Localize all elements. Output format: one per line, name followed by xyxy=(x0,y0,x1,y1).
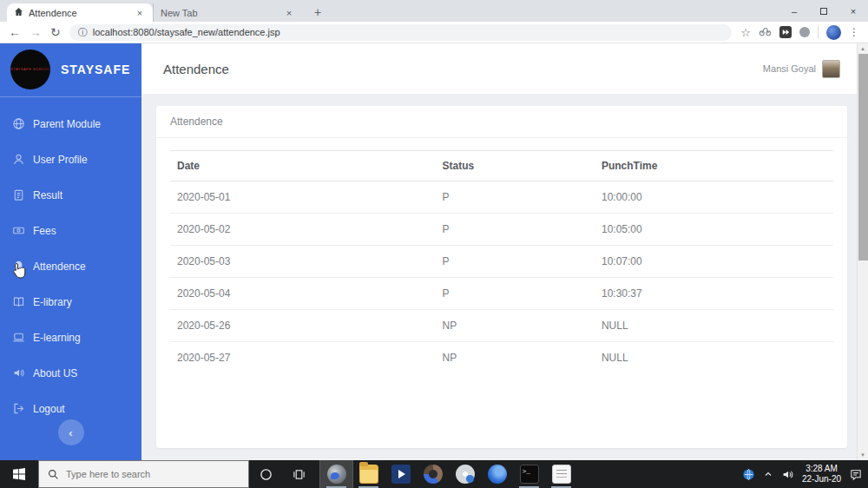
action-center-icon[interactable] xyxy=(849,468,863,481)
bookmark-star-icon[interactable]: ☆ xyxy=(740,27,751,38)
url-text: localhost:8080/staysafe_new/attendence.j… xyxy=(93,27,280,37)
taskbar-app-edge[interactable] xyxy=(481,460,513,488)
taskbar-app-cmd[interactable]: >_ xyxy=(513,460,545,488)
sidebar-item-fees[interactable]: Fees xyxy=(0,213,141,248)
taskbar-clock[interactable]: 3:28 AM 22-Jun-20 xyxy=(802,464,841,485)
page-scrollbar[interactable]: ▲ ▼ xyxy=(857,43,868,460)
cortana-button[interactable] xyxy=(249,460,282,488)
browser-tab-bar: Attendence × New Tab × + – × xyxy=(0,0,868,22)
cell-date: 2020-05-02 xyxy=(170,214,436,246)
terminal-icon: >_ xyxy=(520,465,539,484)
taskbar-search[interactable] xyxy=(38,460,249,488)
search-icon xyxy=(48,469,59,480)
reload-button[interactable]: ↻ xyxy=(50,26,61,38)
sidebar-item-user-profile[interactable]: User Profile xyxy=(0,142,141,177)
main-content: Attendence Mansi Goyal Attendence Date xyxy=(141,43,868,460)
sidebar-divider xyxy=(0,96,141,97)
round-app-icon xyxy=(424,465,443,484)
school-logo: STAYSAFE SCHOOL xyxy=(10,49,50,89)
swirl-icon xyxy=(488,465,507,484)
user-name: Mansi Goyal xyxy=(763,63,816,74)
taskbar-app-movies[interactable] xyxy=(385,460,417,488)
tab-title: Attendence xyxy=(29,8,128,18)
sidebar: STAYSAFE SCHOOL STAYSAFE Parent Module U… xyxy=(0,43,141,460)
new-tab-button[interactable]: + xyxy=(309,3,326,22)
book-icon xyxy=(12,295,25,308)
sidebar-item-label: E-library xyxy=(33,296,72,308)
logo-text: STAYSAFE SCHOOL xyxy=(10,67,50,72)
scroll-up-icon[interactable]: ▲ xyxy=(858,43,868,54)
toolbar-divider xyxy=(818,26,819,38)
sidebar-item-result[interactable]: Result xyxy=(0,177,141,213)
tray-chevron-up-icon[interactable] xyxy=(763,469,773,479)
close-button[interactable]: × xyxy=(838,0,868,22)
volume-icon[interactable] xyxy=(781,468,794,481)
disc-icon xyxy=(456,465,475,484)
taskbar-app-notepad[interactable] xyxy=(545,460,577,488)
user-menu[interactable]: Mansi Goyal xyxy=(763,60,840,78)
card-body: Date Status PunchTime 2020-05-01 P 10:00… xyxy=(156,138,847,373)
cell-status: P xyxy=(436,181,595,214)
mouse-cursor xyxy=(12,262,27,283)
content-area: Attendence Date Status PunchTime xyxy=(141,94,868,448)
extension-icon-3[interactable] xyxy=(799,27,810,37)
notepad-icon xyxy=(552,465,571,484)
task-view-button[interactable] xyxy=(282,460,315,488)
back-button[interactable]: ← xyxy=(9,26,21,38)
scrollbar-thumb[interactable] xyxy=(858,54,868,260)
clock-date: 22-Jun-20 xyxy=(802,474,841,485)
restore-button[interactable] xyxy=(809,0,838,22)
window-controls: – × xyxy=(779,0,868,22)
laptop-icon xyxy=(12,331,25,344)
scroll-down-icon[interactable]: ▼ xyxy=(858,450,868,460)
taskbar-app-recorder[interactable] xyxy=(320,460,352,488)
table-row: 2020-05-27 NP NULL xyxy=(170,342,833,374)
speaker-icon xyxy=(12,366,25,379)
browser-menu-icon[interactable]: ⋮ xyxy=(849,26,859,38)
search-input[interactable] xyxy=(66,469,222,479)
cell-status: P xyxy=(436,246,595,278)
profile-avatar[interactable] xyxy=(826,25,841,40)
column-header-date: Date xyxy=(170,151,436,181)
sidebar-item-about-us[interactable]: About US xyxy=(0,355,141,391)
result-icon xyxy=(12,188,25,201)
minimize-button[interactable]: – xyxy=(779,0,809,22)
restore-icon xyxy=(820,8,827,15)
forward-button[interactable]: → xyxy=(30,26,42,38)
home-icon xyxy=(14,7,23,18)
cell-status: P xyxy=(436,278,595,310)
extension-icon-1[interactable] xyxy=(759,24,772,40)
card-title: Attendence xyxy=(156,106,847,138)
tab-close-icon[interactable]: × xyxy=(134,7,146,19)
windows-icon xyxy=(12,467,26,481)
address-bar[interactable]: ⓘ localhost:8080/staysafe_new/attendence… xyxy=(69,24,733,41)
taskbar-app-browser2[interactable] xyxy=(417,460,449,488)
tab-attendence[interactable]: Attendence × xyxy=(7,3,153,22)
sidebar-item-e-learning[interactable]: E-learning xyxy=(0,320,141,355)
folder-icon xyxy=(359,465,378,484)
taskbar-app-file-explorer[interactable] xyxy=(352,460,385,488)
taskbar-app-disc[interactable] xyxy=(449,460,481,488)
start-button[interactable] xyxy=(0,460,38,488)
cell-date: 2020-05-26 xyxy=(170,310,436,342)
tab-close-icon[interactable]: × xyxy=(283,7,295,19)
taskbar-apps: >_ xyxy=(320,460,577,488)
globe-icon xyxy=(12,117,25,130)
cell-punchtime: 10:07:00 xyxy=(595,246,833,278)
brand-name: STAYSAFE xyxy=(61,63,130,76)
tab-new-tab[interactable]: New Tab × xyxy=(153,3,302,22)
sidebar-item-parent-module[interactable]: Parent Module xyxy=(0,106,141,142)
attendance-table: Date Status PunchTime 2020-05-01 P 10:00… xyxy=(170,150,833,373)
sidebar-item-label: Fees xyxy=(33,225,56,237)
extension-icon-2[interactable] xyxy=(779,26,792,38)
sidebar-item-e-library[interactable]: E-library xyxy=(0,284,141,320)
sidebar-item-label: Parent Module xyxy=(33,118,101,130)
sidebar-item-label: About US xyxy=(33,367,77,379)
cell-punchtime: 10:05:00 xyxy=(595,214,833,246)
cell-date: 2020-05-01 xyxy=(170,181,436,214)
sidebar-item-label: User Profile xyxy=(33,154,88,166)
sidebar-collapse-button[interactable]: ‹ xyxy=(58,419,84,445)
network-globe-icon[interactable] xyxy=(742,468,755,481)
site-info-icon[interactable]: ⓘ xyxy=(78,26,88,39)
cell-status: NP xyxy=(436,310,595,342)
